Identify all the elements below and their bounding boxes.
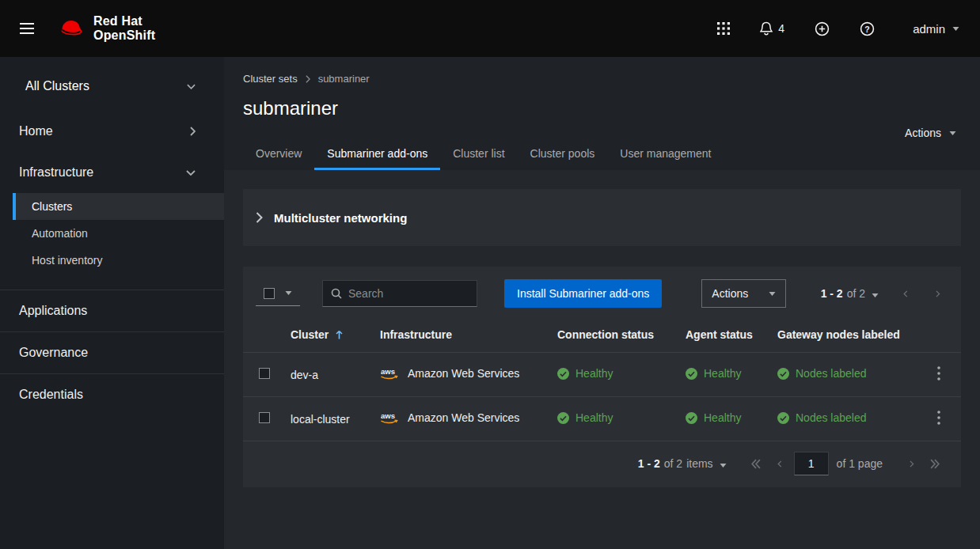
sort-by-cluster-button[interactable]: Cluster <box>291 328 343 341</box>
double-angle-right-icon <box>930 459 940 469</box>
user-menu[interactable]: admin <box>913 22 959 36</box>
page-actions-dropdown[interactable]: Actions <box>905 127 956 139</box>
masthead: Red Hat OpenShift 4 <box>0 0 980 57</box>
pagination-menu-toggle[interactable] <box>865 285 885 303</box>
column-header-connection-status: Connection status <box>548 320 676 353</box>
brand-line2: OpenShift <box>93 28 155 43</box>
pagination-top: 1 - 2 of 2 <box>821 285 948 303</box>
infrastructure-subnav: Clusters Automation Host inventory <box>13 193 224 274</box>
app-root: Red Hat OpenShift 4 <box>0 0 980 549</box>
tab-user-management[interactable]: User management <box>607 137 724 170</box>
last-page-button[interactable] <box>922 456 948 472</box>
next-page-button[interactable] <box>926 286 948 302</box>
healthy-status-icon <box>686 368 697 380</box>
double-angle-left-icon <box>750 459 761 469</box>
column-header-cluster: Cluster <box>281 320 370 353</box>
bulk-select-dropdown[interactable] <box>256 282 300 306</box>
app-launcher-icon <box>717 22 730 35</box>
caret-down-icon <box>285 291 292 295</box>
sidebar-item-governance[interactable]: Governance <box>0 331 224 373</box>
notification-count: 4 <box>778 22 784 35</box>
breadcrumb-cluster-sets-link[interactable]: Cluster sets <box>243 73 298 85</box>
help-button[interactable]: ? <box>857 18 878 40</box>
nodes-labeled-status-icon <box>777 368 789 380</box>
toolbar-actions-dropdown[interactable]: Actions <box>701 279 786 308</box>
pagination-range: 1 - 2 <box>638 457 660 470</box>
page-header: Cluster sets submariner submariner Actio… <box>224 57 980 170</box>
healthy-status-icon <box>557 412 569 424</box>
content-area: Multicluster networking <box>224 170 980 549</box>
pagination-bottom: 1 - 2 of 2 items of 1 page <box>243 441 961 487</box>
connection-status: Healthy <box>575 367 613 380</box>
breadcrumb: Cluster sets submariner <box>243 73 961 85</box>
install-submariner-add-ons-button[interactable]: Install Submariner add-ons <box>504 279 662 308</box>
tab-cluster-list[interactable]: Cluster list <box>440 137 517 170</box>
svg-text:?: ? <box>864 24 869 33</box>
multicluster-networking-expandable[interactable]: Multicluster networking <box>243 189 961 246</box>
prev-page-button[interactable] <box>895 286 917 302</box>
expandable-section-title: Multicluster networking <box>274 211 407 225</box>
sidebar-item-label: Infrastructure <box>19 165 93 180</box>
connection-status: Healthy <box>575 411 613 424</box>
cluster-name: local-cluster <box>281 397 370 441</box>
caret-down-icon <box>949 131 956 135</box>
search-box <box>322 280 477 307</box>
kebab-icon <box>937 411 940 425</box>
svg-text:aws: aws <box>381 367 395 376</box>
table-row: local-cluster aws Amazon Web Servi <box>243 397 961 441</box>
row-kebab-menu-button[interactable] <box>933 409 945 429</box>
nodes-labeled-status-icon <box>777 412 789 424</box>
sidebar-item-automation[interactable]: Automation <box>13 220 224 247</box>
current-page-input[interactable] <box>794 452 829 475</box>
search-input[interactable] <box>348 287 469 300</box>
sidebar-item-clusters[interactable]: Clusters <box>13 193 224 220</box>
svg-text:aws: aws <box>381 411 395 420</box>
kebab-icon <box>937 366 940 381</box>
healthy-status-icon <box>557 368 569 380</box>
cluster-name: dev-a <box>281 353 370 397</box>
sidebar-item-credentials[interactable]: Credentials <box>0 373 224 415</box>
perspective-switcher[interactable]: All Clusters <box>0 66 224 106</box>
sidebar-item-host-inventory[interactable]: Host inventory <box>13 247 224 274</box>
caret-down-icon <box>769 292 776 296</box>
bell-icon <box>760 21 773 36</box>
main-content: Cluster sets submariner submariner Actio… <box>224 57 980 549</box>
infrastructure-label: Amazon Web Services <box>408 411 519 424</box>
app-launcher-button[interactable] <box>714 19 733 38</box>
caret-down-icon <box>720 464 727 468</box>
add-resource-button[interactable] <box>811 18 833 40</box>
question-circle-icon: ? <box>860 21 875 36</box>
tab-cluster-pools[interactable]: Cluster pools <box>518 137 608 170</box>
sidebar-item-applications[interactable]: Applications <box>0 290 224 331</box>
tab-submariner-add-ons[interactable]: Submariner add-ons <box>314 137 440 170</box>
sidebar-item-home[interactable]: Home <box>0 111 224 152</box>
first-page-button[interactable] <box>743 456 769 472</box>
gateway-status: Nodes labeled <box>796 367 867 380</box>
sidebar-item-label: Applications <box>19 304 87 318</box>
column-header-gateway-nodes-labeled: Gateway nodes labeled <box>768 320 915 353</box>
prev-page-button[interactable] <box>769 456 791 472</box>
page-title: submariner <box>243 97 961 119</box>
breadcrumb-current: submariner <box>318 73 370 85</box>
tab-overview[interactable]: Overview <box>243 137 314 170</box>
sidebar-item-infrastructure[interactable]: Infrastructure <box>0 152 224 193</box>
pagination-menu-toggle[interactable] <box>713 455 733 473</box>
table-header-row: Cluster Infrastructure Connection status… <box>243 320 961 353</box>
chevron-right-icon <box>256 212 263 223</box>
aws-icon: aws <box>380 367 401 381</box>
notifications-button[interactable]: 4 <box>757 18 788 39</box>
row-checkbox[interactable] <box>259 368 270 379</box>
plus-circle-icon <box>815 21 830 36</box>
row-checkbox[interactable] <box>259 412 270 423</box>
bulk-select-checkbox[interactable] <box>264 288 275 299</box>
nav-toggle-button[interactable] <box>11 13 43 44</box>
next-page-button[interactable] <box>900 456 922 472</box>
agent-status: Healthy <box>704 367 741 380</box>
table-row: dev-a aws Amazon Web Services <box>243 353 961 397</box>
pagination-range: 1 - 2 <box>821 287 843 300</box>
caret-down-icon <box>952 27 959 31</box>
row-kebab-menu-button[interactable] <box>933 365 945 384</box>
masthead-utilities: 4 ? admin <box>714 18 959 40</box>
column-header-infrastructure: Infrastructure <box>370 320 548 353</box>
pagination-items-label: items <box>686 457 712 470</box>
